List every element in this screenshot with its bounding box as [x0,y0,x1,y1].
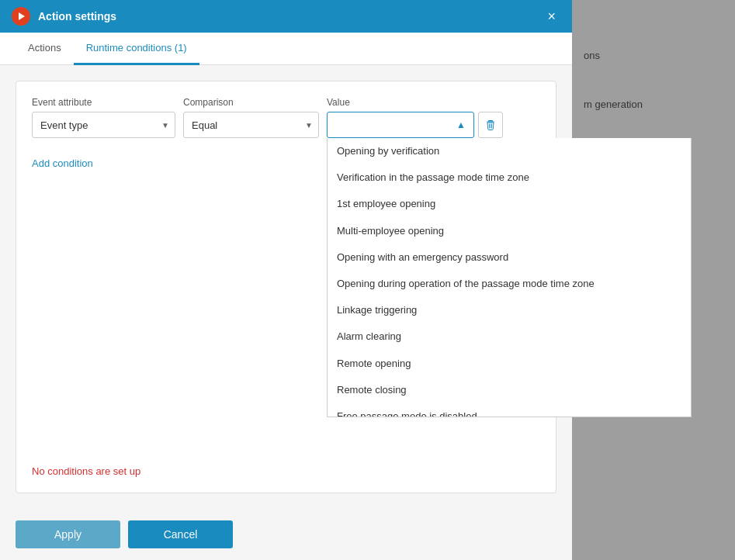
tab-actions[interactable]: Actions [16,33,74,65]
modal-title: Action settings [38,10,116,22]
tab-runtime-conditions[interactable]: Runtime conditions (1) [74,33,199,65]
modal-header-left: Action settings [12,7,116,26]
event-attribute-select[interactable]: Event type [32,112,175,138]
dropdown-item[interactable]: Multi-employee opening [328,218,691,244]
comparison-select[interactable]: Equal Not equal [183,112,319,138]
dropdown-item[interactable]: Linkage triggering [328,297,691,323]
svg-rect-1 [488,120,493,122]
dropdown-item[interactable]: Verification in the passage mode time zo… [328,164,691,191]
dropdown-item[interactable]: Opening by verification [328,138,691,164]
comparison-group: Comparison Equal Not equal ▼ [183,97,319,138]
value-input-row: ▲ [327,112,503,138]
modal-footer: Apply Cancel [0,509,572,560]
event-attribute-group: Event attribute Event type ▼ [32,97,175,138]
dropdown-item[interactable]: Free passage mode is disabled [328,403,691,417]
value-label: Value [327,97,503,108]
no-conditions-message: No conditions are set up [32,458,540,477]
logo-icon [16,11,26,22]
dropdown-item[interactable]: Opening with an emergency password [328,244,691,271]
app-logo [12,7,30,26]
cancel-button[interactable]: Cancel [128,520,233,548]
dropdown-item[interactable]: Remote opening [328,351,691,377]
event-attribute-label: Event attribute [32,97,175,108]
apply-button[interactable]: Apply [16,520,120,548]
modal: Action settings × Actions Runtime condit… [0,0,572,560]
svg-rect-2 [487,122,494,123]
svg-marker-0 [19,12,25,20]
delete-condition-button[interactable] [478,112,503,138]
value-dropdown-list: Opening by verification Verification in … [327,138,692,417]
dropdown-item[interactable]: 1st employee opening [328,191,691,217]
dropdown-item[interactable]: Opening during operation of the passage … [328,271,691,297]
modal-close-button[interactable]: × [543,8,560,25]
dropdown-item[interactable]: Alarm clearing [328,323,691,350]
comparison-label: Comparison [183,97,319,108]
condition-row: Event attribute Event type ▼ Comparison … [32,97,540,138]
modal-tabs: Actions Runtime conditions (1) [0,33,572,65]
value-group: Value ▲ [327,97,503,138]
dropdown-item[interactable]: Remote closing [328,377,691,403]
comparison-select-wrapper: Equal Not equal ▼ [183,112,319,138]
trash-icon [484,119,497,131]
bg-text-2: m generation [584,95,723,113]
condition-card: Event attribute Event type ▼ Comparison … [16,81,556,493]
event-attribute-select-wrapper: Event type ▼ [32,112,175,138]
bg-text-1: ons [584,47,723,64]
modal-header: Action settings × [0,0,572,33]
value-select[interactable]: ▲ [327,112,474,138]
value-chevron-up-icon: ▲ [456,119,466,130]
modal-body: Event attribute Event type ▼ Comparison … [0,65,572,509]
